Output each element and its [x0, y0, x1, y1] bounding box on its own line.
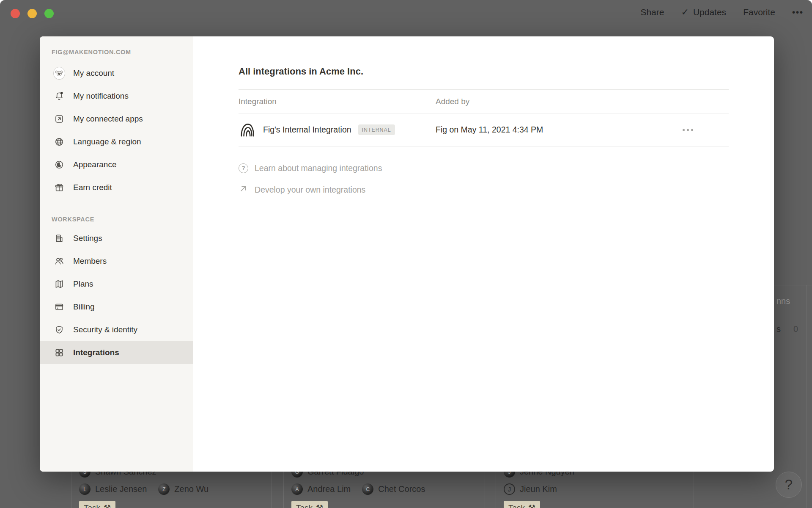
credit-card-icon	[54, 301, 65, 312]
sidebar-item-earn-credit[interactable]: Earn credit	[40, 176, 193, 199]
fig-logo-icon	[239, 121, 256, 139]
arrow-up-right-icon	[239, 184, 248, 196]
account-email: FIG@MAKENOTION.COM	[40, 47, 193, 58]
develop-integrations-link[interactable]: Develop your own integrations	[239, 180, 365, 199]
avatar: Z	[158, 483, 170, 495]
sidebar-item-members[interactable]: Members	[40, 250, 193, 273]
check-icon: ✓	[681, 7, 689, 18]
background-divider	[806, 285, 807, 508]
task-tag: Task ⚒	[291, 501, 328, 508]
sidebar-item-label: Language & region	[73, 137, 141, 146]
person-name: Leslie Jensen	[95, 484, 147, 494]
updates-label: Updates	[693, 7, 726, 17]
task-tag-label: Task	[296, 503, 313, 508]
added-by-value: Fig on May 11, 2021 4:34 PM	[436, 125, 543, 135]
minimize-window-icon[interactable]	[27, 9, 37, 18]
integrations-panel: All integrations in Acme Inc. Integratio…	[193, 36, 774, 472]
column-integration: Integration	[239, 97, 436, 106]
background-text-fragment: s 0	[776, 324, 798, 334]
background-text-fragment: nns	[776, 296, 790, 306]
updates-button[interactable]: ✓ Updates	[681, 7, 726, 18]
page-title: All integrations in Acme Inc.	[239, 66, 774, 77]
row-more-menu-icon[interactable]	[680, 126, 696, 133]
learn-integrations-link[interactable]: ? Learn about managing integrations	[239, 159, 382, 177]
person-name: Jieun Kim	[520, 484, 557, 494]
background-person-row: J Jieun Kim	[504, 483, 564, 495]
bell-icon	[54, 91, 65, 102]
window-controls	[11, 9, 54, 18]
sidebar-item-label: My account	[73, 69, 114, 78]
task-tag-label: Task	[508, 503, 525, 508]
task-tag-label: Task	[84, 503, 100, 508]
building-icon	[54, 233, 65, 244]
footer-links: ? Learn about managing integrations Deve…	[239, 159, 774, 199]
sidebar-item-my-notifications[interactable]: My notifications	[40, 85, 193, 108]
sidebar-item-label: Integrations	[73, 348, 119, 357]
sidebar-item-label: Members	[73, 257, 107, 266]
arrow-up-right-box-icon	[54, 113, 65, 124]
workspace-section-header: WORKSPACE	[40, 214, 193, 224]
favorite-button[interactable]: Favorite	[743, 7, 775, 17]
sidebar-item-appearance[interactable]: Appearance	[40, 153, 193, 176]
grid-icon	[54, 347, 65, 358]
avatar: J	[504, 483, 515, 495]
more-options-icon[interactable]: •••	[792, 8, 804, 17]
sidebar-item-label: Billing	[73, 302, 95, 312]
zoom-window-icon[interactable]	[44, 9, 54, 18]
settings-dialog: FIG@MAKENOTION.COM My accoun	[40, 36, 774, 472]
column-added-by: Added by	[436, 97, 469, 106]
sidebar-item-label: My notifications	[73, 91, 129, 101]
account-avatar-icon	[54, 68, 65, 79]
link-label: Learn about managing integrations	[255, 163, 382, 173]
sidebar-item-label: Earn credit	[73, 183, 112, 192]
sidebar-item-my-account[interactable]: My account	[40, 62, 193, 85]
integrations-table: Integration Added by Fig's Internal Inte…	[239, 89, 729, 146]
close-window-icon[interactable]	[11, 9, 20, 18]
task-tag: Task ⚒	[79, 501, 115, 508]
background-person-row: L Leslie Jensen Z Zeno Wu	[79, 483, 215, 495]
sidebar-item-integrations[interactable]: Integrations	[40, 341, 193, 364]
task-tag: Task ⚒	[504, 501, 540, 508]
help-button[interactable]: ?	[776, 472, 802, 498]
fragment-label: s	[776, 324, 781, 334]
moon-icon	[54, 159, 65, 170]
settings-sidebar: FIG@MAKENOTION.COM My accoun	[40, 36, 193, 472]
sidebar-item-label: My connected apps	[73, 114, 143, 124]
gift-icon	[54, 182, 65, 193]
sidebar-item-security-identity[interactable]: Security & identity	[40, 318, 193, 341]
sidebar-item-label: Settings	[73, 234, 102, 243]
shield-check-icon	[54, 324, 65, 335]
globe-icon	[54, 136, 65, 147]
link-label: Develop your own integrations	[255, 185, 365, 195]
map-icon	[54, 279, 65, 290]
person-name: Zeno Wu	[174, 484, 208, 494]
app-window: Share ✓ Updates Favorite ••• S Shawn San…	[0, 0, 812, 508]
sidebar-item-label: Security & identity	[73, 325, 137, 334]
hammer-icon: ⚒	[528, 503, 535, 508]
question-circle-icon: ?	[239, 163, 248, 173]
background-person-row: A Andrea Lim C Chet Corcos	[291, 483, 432, 495]
avatar: A	[291, 483, 303, 495]
sidebar-item-plans[interactable]: Plans	[40, 273, 193, 295]
sidebar-item-billing[interactable]: Billing	[40, 295, 193, 318]
people-icon	[54, 256, 65, 267]
titlebar-actions: Share ✓ Updates Favorite •••	[640, 0, 804, 25]
sidebar-item-settings[interactable]: Settings	[40, 227, 193, 250]
person-name: Chet Corcos	[378, 484, 425, 494]
share-button[interactable]: Share	[640, 7, 664, 17]
avatar: C	[362, 483, 373, 495]
hammer-icon: ⚒	[316, 503, 323, 508]
table-header: Integration Added by	[239, 90, 729, 113]
person-name: Andrea Lim	[307, 484, 351, 494]
table-row[interactable]: Fig's Internal Integration INTERNAL Fig …	[239, 113, 729, 146]
hammer-icon: ⚒	[104, 503, 111, 508]
avatar: L	[79, 483, 91, 495]
sidebar-item-label: Plans	[73, 279, 93, 289]
integration-name: Fig's Internal Integration	[263, 125, 351, 135]
internal-badge: INTERNAL	[358, 124, 395, 135]
sidebar-item-language-region[interactable]: Language & region	[40, 130, 193, 153]
fragment-value: 0	[793, 324, 798, 334]
sidebar-item-label: Appearance	[73, 160, 116, 169]
sidebar-item-my-connected-apps[interactable]: My connected apps	[40, 108, 193, 130]
